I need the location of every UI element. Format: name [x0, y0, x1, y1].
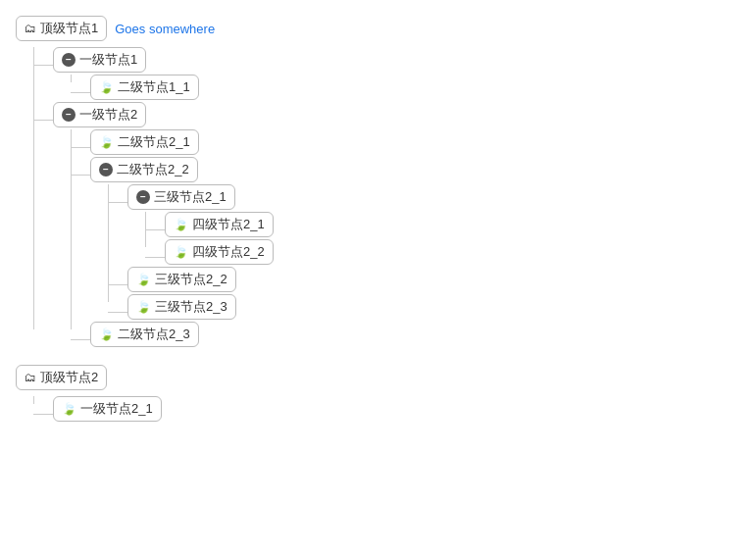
leaf-icon: 🍃	[136, 300, 151, 314]
node-row-l1n2: −一级节点2	[53, 102, 740, 127]
node-label: 三级节点2_1	[154, 188, 227, 206]
collapse-icon[interactable]: −	[136, 190, 150, 204]
collapse-icon[interactable]: −	[62, 53, 76, 67]
leaf-icon: 🍃	[174, 218, 188, 231]
children-container: 🍃二级节点1_1	[90, 75, 740, 100]
tree-node-root1: 🗂顶级节点1Goes somewhere−一级节点1🍃二级节点1_1−一级节点2…	[16, 16, 740, 347]
children-container: 🍃二级节点2_1−二级节点2_2−三级节点2_1🍃四级节点2_1🍃四级节点2_2…	[90, 129, 740, 347]
node-label: 二级节点1_1	[118, 78, 190, 96]
node-box-root1[interactable]: 🗂顶级节点1	[16, 16, 107, 41]
node-box-l4n2_1[interactable]: 🍃四级节点2_1	[165, 212, 274, 237]
tree-node-l2n2_2: −二级节点2_2−三级节点2_1🍃四级节点2_1🍃四级节点2_2🍃三级节点2_2…	[90, 157, 740, 320]
node-row-l2n2_2: −二级节点2_2	[90, 157, 740, 182]
node-label: 顶级节点2	[40, 369, 98, 386]
node-row-l2n2_1: 🍃二级节点2_1	[90, 129, 740, 155]
tree-node-r2l1n1: 🍃一级节点2_1	[53, 396, 740, 422]
leaf-icon: 🍃	[62, 402, 76, 416]
node-box-root2[interactable]: 🗂顶级节点2	[16, 365, 107, 390]
tree-container: 🗂顶级节点1Goes somewhere−一级节点1🍃二级节点1_1−一级节点2…	[16, 16, 740, 422]
node-row-root2: 🗂顶级节点2	[16, 365, 740, 390]
node-label: 顶级节点1	[40, 20, 98, 37]
node-box-r2l1n1[interactable]: 🍃一级节点2_1	[53, 396, 162, 422]
node-row-l3n2_3: 🍃三级节点2_3	[127, 294, 740, 320]
node-box-l3n2_3[interactable]: 🍃三级节点2_3	[127, 294, 236, 320]
leaf-icon: 🍃	[99, 135, 114, 149]
collapse-icon[interactable]: −	[62, 108, 76, 122]
node-label: 二级节点2_2	[117, 161, 189, 178]
leaf-icon: 🍃	[99, 80, 114, 94]
tree-node-l2n2_3: 🍃二级节点2_3	[90, 322, 740, 347]
leaf-icon: 🍃	[174, 245, 188, 259]
node-label: 一级节点1	[79, 51, 137, 69]
node-row-root1: 🗂顶级节点1Goes somewhere	[16, 16, 740, 41]
node-box-l4n2_2[interactable]: 🍃四级节点2_2	[165, 239, 274, 265]
node-label: 二级节点2_1	[118, 133, 190, 151]
tree-node-l4n2_2: 🍃四级节点2_2	[165, 239, 740, 265]
node-label: 三级节点2_3	[155, 298, 227, 316]
node-row-l3n2_2: 🍃三级节点2_2	[127, 267, 740, 292]
tree-node-l3n2_3: 🍃三级节点2_3	[127, 294, 740, 320]
children-container: −一级节点1🍃二级节点1_1−一级节点2🍃二级节点2_1−二级节点2_2−三级节…	[53, 47, 740, 347]
node-box-l2n2_2[interactable]: −二级节点2_2	[90, 157, 198, 182]
node-row-r2l1n1: 🍃一级节点2_1	[53, 396, 740, 422]
node-box-l2n2_1[interactable]: 🍃二级节点2_1	[90, 129, 199, 155]
folder-icon: 🗂	[25, 22, 36, 35]
tree-node-l1n1: −一级节点1🍃二级节点1_1	[53, 47, 740, 100]
node-box-l2n2_3[interactable]: 🍃二级节点2_3	[90, 322, 199, 347]
leaf-icon: 🍃	[136, 273, 151, 286]
leaf-icon: 🍃	[99, 327, 114, 341]
tree-node-l1n2: −一级节点2🍃二级节点2_1−二级节点2_2−三级节点2_1🍃四级节点2_1🍃四…	[53, 102, 740, 347]
tree-node-l2n1_1: 🍃二级节点1_1	[90, 75, 740, 100]
node-row-l2n1_1: 🍃二级节点1_1	[90, 75, 740, 100]
node-row-l1n1: −一级节点1	[53, 47, 740, 73]
node-row-l3n2_1: −三级节点2_1	[127, 184, 740, 210]
node-box-l1n2[interactable]: −一级节点2	[53, 102, 146, 127]
collapse-icon[interactable]: −	[99, 163, 113, 176]
node-box-l3n2_1[interactable]: −三级节点2_1	[127, 184, 235, 210]
children-container: −三级节点2_1🍃四级节点2_1🍃四级节点2_2🍃三级节点2_2🍃三级节点2_3	[127, 184, 740, 320]
folder-icon: 🗂	[25, 371, 36, 384]
node-row-l2n2_3: 🍃二级节点2_3	[90, 322, 740, 347]
children-container: 🍃四级节点2_1🍃四级节点2_2	[165, 212, 740, 265]
node-label: 四级节点2_1	[192, 216, 265, 233]
node-box-l3n2_2[interactable]: 🍃三级节点2_2	[127, 267, 236, 292]
node-label: 三级节点2_2	[155, 271, 227, 288]
tree-node-l3n2_2: 🍃三级节点2_2	[127, 267, 740, 292]
tree-node-root2: 🗂顶级节点2🍃一级节点2_1	[16, 365, 740, 422]
children-container: 🍃一级节点2_1	[53, 396, 740, 422]
node-label: 四级节点2_2	[192, 243, 265, 261]
node-row-l4n2_1: 🍃四级节点2_1	[165, 212, 740, 237]
node-box-l1n1[interactable]: −一级节点1	[53, 47, 146, 73]
node-box-l2n1_1[interactable]: 🍃二级节点1_1	[90, 75, 199, 100]
node-row-l4n2_2: 🍃四级节点2_2	[165, 239, 740, 265]
tree-node-l3n2_1: −三级节点2_1🍃四级节点2_1🍃四级节点2_2	[127, 184, 740, 265]
node-label: 一级节点2	[79, 106, 137, 124]
node-label: 一级节点2_1	[80, 400, 153, 418]
tree-node-l2n2_1: 🍃二级节点2_1	[90, 129, 740, 155]
tree-node-l4n2_1: 🍃四级节点2_1	[165, 212, 740, 237]
node-label: 二级节点2_3	[118, 326, 190, 343]
node-link[interactable]: Goes somewhere	[115, 22, 215, 36]
